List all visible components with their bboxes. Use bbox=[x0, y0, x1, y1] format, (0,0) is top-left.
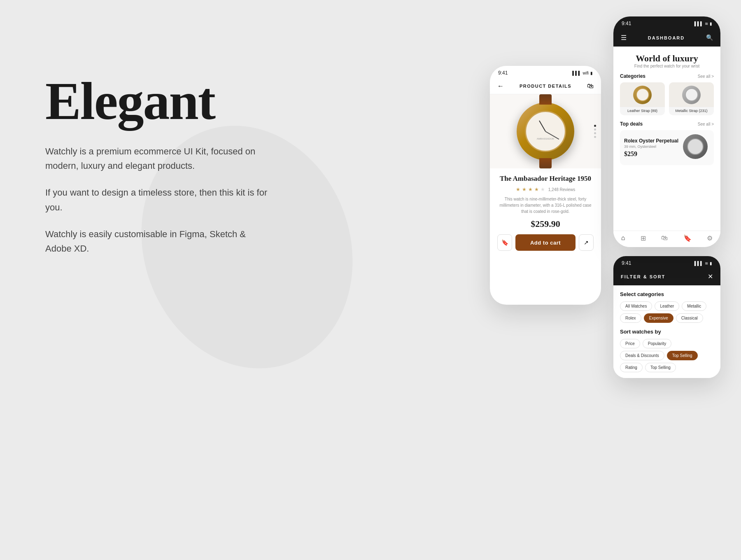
deal-watch-face bbox=[687, 138, 704, 155]
filter-close-button[interactable]: ✕ bbox=[708, 273, 713, 280]
filter-status-time: 9:41 bbox=[622, 260, 631, 266]
tag-classical[interactable]: Classical bbox=[676, 313, 703, 323]
sort-deals[interactable]: Deals & Discounts bbox=[620, 351, 664, 360]
top-deal-card[interactable]: Rolex Oyster Perpetual 39 mm, Oysterstee… bbox=[620, 130, 714, 165]
category-tags: All Watches Leather Metallic Rolex Expen… bbox=[620, 301, 714, 323]
cart-button[interactable]: 🛍 bbox=[587, 82, 594, 90]
product-detail-title: PRODUCT DETAILS bbox=[520, 84, 571, 89]
dot-3 bbox=[594, 132, 596, 134]
filter-phone: 9:41 ▌▌▌ ≋ ▮ FILTER & SORT ✕ Select cate… bbox=[613, 256, 720, 378]
product-info-section: The Ambasador Heritage 1950 ★ ★ ★ ★ ★ 1,… bbox=[490, 168, 601, 257]
sort-rating[interactable]: Rating bbox=[620, 363, 643, 372]
battery-icon-f: ▮ bbox=[710, 261, 712, 266]
dashboard-status-icons: ▌▌▌ ≋ ▮ bbox=[694, 21, 712, 26]
categories-header: Categories See all > bbox=[620, 73, 714, 79]
deal-watch-image bbox=[683, 134, 710, 161]
category-metallic[interactable]: Metallic Strap (231) bbox=[669, 82, 714, 115]
tag-rolex[interactable]: Rolex bbox=[620, 313, 641, 323]
watch-brand: AMBASSADOR bbox=[537, 138, 554, 140]
sort-top-selling-2[interactable]: Top Selling bbox=[645, 363, 676, 372]
phones-container: 9:41 ▌▌▌ wifi ▮ ← PRODUCT DETAILS 🛍 AM bbox=[490, 16, 720, 378]
category-leather[interactable]: Leather Strap (89) bbox=[620, 82, 665, 115]
deal-price: $259 bbox=[624, 150, 679, 158]
stars-row: ★ ★ ★ ★ ★ 1,248 Reviews bbox=[497, 187, 594, 193]
star-1: ★ bbox=[516, 187, 520, 193]
product-detail-phone: 9:41 ▌▌▌ wifi ▮ ← PRODUCT DETAILS 🛍 AM bbox=[490, 66, 601, 305]
signal-icon-d: ▌▌▌ bbox=[694, 21, 703, 26]
deal-subtitle: 39 mm, Oystersteel bbox=[624, 145, 679, 149]
filter-status-bar: 9:41 ▌▌▌ ≋ ▮ bbox=[613, 256, 720, 268]
product-name: The Ambasador Heritage 1950 bbox=[497, 174, 594, 183]
left-section: Elegant Watchly is a premium ecommerce U… bbox=[45, 74, 272, 268]
add-to-cart-button[interactable]: Add to cart bbox=[515, 234, 576, 251]
category-metallic-image bbox=[669, 82, 714, 107]
product-description: This watch is nine-millimeter-thick stee… bbox=[497, 196, 594, 215]
sort-popularity[interactable]: Popularity bbox=[643, 339, 671, 348]
product-actions: 🔖 Add to cart ↗ bbox=[497, 234, 594, 251]
watch-face: AMBASSADOR bbox=[525, 111, 566, 152]
star-3: ★ bbox=[528, 187, 533, 193]
tag-leather[interactable]: Leather bbox=[655, 301, 679, 311]
bookmark-button[interactable]: 🔖 bbox=[497, 234, 512, 251]
leather-category-label: Leather Strap (89) bbox=[620, 107, 665, 115]
product-watch-circle: AMBASSADOR bbox=[517, 103, 574, 160]
bottom-navigation: ⌂ ⊞ 🛍 🔖 ⚙ bbox=[613, 231, 720, 247]
dashboard-title: DASHBOARD bbox=[648, 35, 685, 40]
bookmark-nav-icon[interactable]: 🔖 bbox=[683, 234, 692, 242]
dot-4 bbox=[594, 136, 596, 138]
star-5: ★ bbox=[541, 187, 545, 193]
luxury-title: World of luxury bbox=[620, 53, 714, 64]
dashboard-content: World of luxury Find the perfect watch f… bbox=[613, 47, 720, 244]
star-4: ★ bbox=[534, 187, 539, 193]
battery-icon-d: ▮ bbox=[710, 21, 712, 26]
see-all-deals[interactable]: See all > bbox=[698, 122, 714, 126]
top-deals-title: Top deals bbox=[620, 121, 643, 127]
wifi-icon: wifi bbox=[583, 71, 589, 75]
search-icon[interactable]: 🔍 bbox=[706, 34, 713, 41]
settings-nav-icon[interactable]: ⚙ bbox=[707, 234, 713, 242]
dashboard-phone: 9:41 ▌▌▌ ≋ ▮ ☰ DASHBOARD 🔍 World of luxu… bbox=[613, 16, 720, 247]
tag-expensive[interactable]: Expensive bbox=[644, 313, 673, 323]
filter-content: Select categories All Watches Leather Me… bbox=[613, 285, 720, 378]
dot-2 bbox=[594, 128, 596, 131]
categories-title: Categories bbox=[620, 73, 645, 79]
metallic-category-label: Metallic Strap (231) bbox=[669, 107, 714, 115]
leather-watch-face bbox=[636, 88, 649, 101]
image-indicators bbox=[594, 125, 596, 138]
see-all-categories[interactable]: See all > bbox=[698, 74, 714, 79]
watch-hand-hour bbox=[539, 121, 546, 132]
categories-grid: Leather Strap (89) Metallic Strap (231) bbox=[620, 82, 714, 115]
deal-name: Rolex Oyster Perpetual bbox=[624, 138, 679, 145]
watch-strap-top bbox=[539, 94, 552, 105]
share-button[interactable]: ↗ bbox=[579, 234, 594, 251]
review-count: 1,248 Reviews bbox=[548, 187, 576, 192]
filter-status-icons: ▌▌▌ ≋ ▮ bbox=[694, 261, 712, 266]
metallic-watch-circle bbox=[682, 86, 701, 104]
home-nav-icon[interactable]: ⌂ bbox=[621, 234, 625, 242]
wifi-icon-d: ≋ bbox=[705, 21, 708, 26]
signal-icon-f: ▌▌▌ bbox=[694, 261, 703, 266]
leather-watch-circle bbox=[633, 86, 652, 104]
luxury-subtitle: Find the perfect watch for your wrist bbox=[620, 64, 714, 68]
battery-icon: ▮ bbox=[590, 71, 593, 75]
watch-strap-bottom bbox=[539, 158, 552, 168]
metallic-watch-face bbox=[685, 88, 698, 101]
status-time: 9:41 bbox=[498, 70, 508, 76]
tag-all-watches[interactable]: All Watches bbox=[620, 301, 652, 311]
wifi-icon-f: ≋ bbox=[705, 261, 708, 266]
status-bar: 9:41 ▌▌▌ wifi ▮ bbox=[490, 66, 601, 78]
deal-info: Rolex Oyster Perpetual 39 mm, Oysterstee… bbox=[624, 138, 679, 158]
sort-tags: Price Popularity Deals & Discounts Top S… bbox=[620, 339, 714, 372]
hero-title: Elegant bbox=[45, 74, 272, 128]
sort-price[interactable]: Price bbox=[620, 339, 640, 348]
signal-icon: ▌▌▌ bbox=[572, 71, 581, 75]
tag-metallic[interactable]: Metallic bbox=[682, 301, 706, 311]
category-leather-image bbox=[620, 82, 665, 107]
sort-top-selling[interactable]: Top Selling bbox=[667, 351, 698, 360]
star-2: ★ bbox=[522, 187, 527, 193]
menu-icon[interactable]: ☰ bbox=[621, 34, 627, 42]
filter-header: FILTER & SORT ✕ bbox=[613, 268, 720, 285]
back-button[interactable]: ← bbox=[497, 82, 504, 90]
grid-nav-icon[interactable]: ⊞ bbox=[641, 234, 646, 242]
cart-nav-icon[interactable]: 🛍 bbox=[661, 234, 668, 242]
